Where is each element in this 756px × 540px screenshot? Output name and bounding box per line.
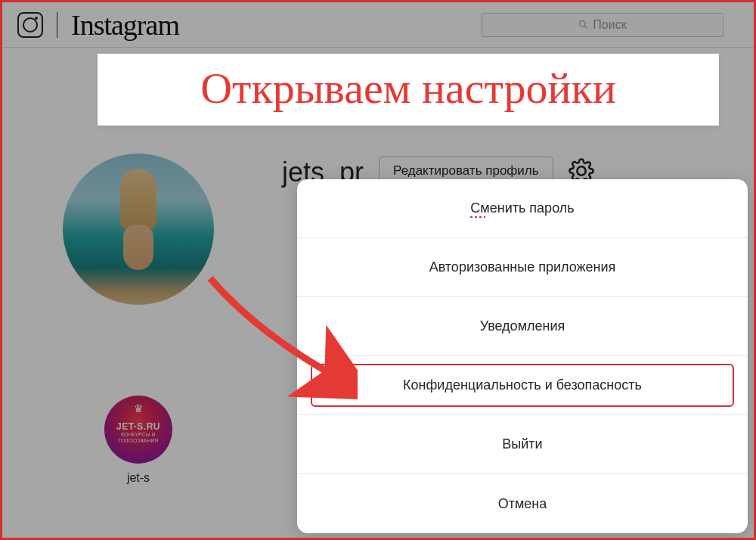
highlight-item[interactable]: ♛ JET-S.RU КОНКУРСЫ И ГОЛОСОВАНИЯ jet-s (104, 396, 172, 485)
highlight-badge-title: JET-S.RU (116, 422, 160, 432)
profile-avatar[interactable] (63, 154, 214, 305)
menu-item-label: Уведомления (480, 318, 565, 334)
menu-item-label: Сменить пароль (470, 200, 574, 216)
settings-menu-item[interactable]: Выйти (297, 415, 748, 474)
svg-line-1 (584, 26, 587, 28)
annotation-text: Открываем настройки (200, 64, 616, 113)
top-nav: Instagram Поиск (2, 2, 754, 48)
settings-menu: Сменить парольАвторизованные приложенияУ… (297, 179, 748, 533)
settings-menu-item[interactable]: Авторизованные приложения (297, 238, 748, 297)
menu-item-label: Конфиденциальность и безопасность (403, 377, 642, 393)
svg-point-0 (580, 21, 586, 27)
annotation-banner: Открываем настройки (98, 54, 719, 126)
story-highlights: ♛ JET-S.RU КОНКУРСЫ И ГОЛОСОВАНИЯ jet-s (104, 396, 172, 485)
divider (57, 12, 57, 38)
settings-menu-item[interactable]: Конфиденциальность и безопасность (297, 356, 748, 415)
crown-icon: ♛ (134, 403, 144, 414)
highlight-cover: ♛ JET-S.RU КОНКУРСЫ И ГОЛОСОВАНИЯ (104, 396, 172, 464)
instagram-camera-icon[interactable] (17, 12, 43, 38)
settings-menu-item[interactable]: Уведомления (297, 297, 748, 356)
instagram-wordmark[interactable]: Instagram (71, 8, 179, 42)
settings-menu-item[interactable]: Отмена (297, 474, 748, 533)
highlight-badge-subtitle: КОНКУРСЫ И ГОЛОСОВАНИЯ (109, 432, 168, 442)
search-icon (578, 20, 588, 29)
highlight-label: jet-s (127, 471, 150, 485)
search-input[interactable]: Поиск (482, 13, 723, 37)
settings-menu-item[interactable]: Сменить пароль (297, 179, 748, 238)
menu-item-label: Выйти (502, 436, 542, 452)
menu-item-label: Отмена (498, 496, 547, 512)
search-placeholder: Поиск (593, 18, 626, 32)
menu-item-label: Авторизованные приложения (429, 259, 616, 275)
